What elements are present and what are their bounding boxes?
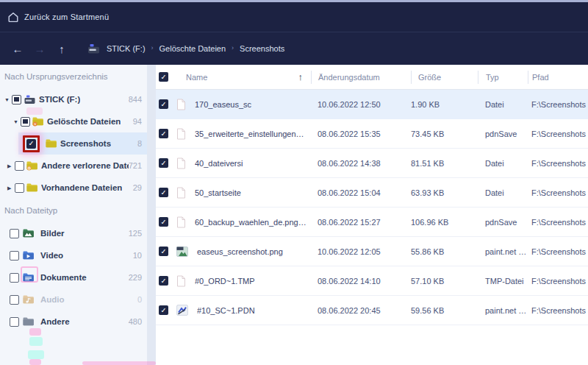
nav-back-icon[interactable]: ← bbox=[11, 43, 24, 54]
row-checkbox[interactable]: ✓ bbox=[159, 188, 168, 197]
file-icon bbox=[176, 275, 186, 287]
item-count: 0 bbox=[137, 295, 147, 304]
table-row[interactable]: ✓ 60_backup_waehlen_de.png.0.pdn... 08.0… bbox=[156, 208, 588, 237]
sidebar-item-screenshots[interactable]: ✓ Screenshots 8 bbox=[18, 132, 147, 155]
file-name: 60_backup_waehlen_de.png.0.pdn... bbox=[195, 218, 311, 227]
folder-icon bbox=[26, 182, 38, 193]
checkbox-empty[interactable] bbox=[10, 273, 19, 283]
sidebar-item-label: Dokumente bbox=[40, 273, 87, 282]
sidebar-item-video[interactable]: Video 10 bbox=[0, 244, 147, 266]
file-icon bbox=[176, 157, 186, 169]
row-checkbox[interactable]: ✓ bbox=[159, 247, 168, 256]
breadcrumb-folder[interactable]: Gelöschte Dateien bbox=[159, 44, 226, 53]
checkbox-empty[interactable] bbox=[15, 161, 24, 171]
column-header-date[interactable]: Änderungsdatum bbox=[311, 71, 411, 84]
column-header-name[interactable]: Name bbox=[186, 73, 207, 82]
sidebar-item-andere[interactable]: Andere 480 bbox=[0, 311, 147, 333]
file-size: 81.51 KB bbox=[411, 159, 478, 168]
home-icon bbox=[7, 12, 19, 23]
row-checkbox[interactable]: ✓ bbox=[159, 129, 168, 138]
sidebar: Nach Ursprungsverzeichnis ▼ STICK (F:) 8… bbox=[0, 65, 147, 365]
nav-up-icon[interactable]: ↑ bbox=[55, 43, 68, 54]
caret-expanded-icon[interactable]: ▼ bbox=[4, 97, 12, 102]
file-name: #10_SC~1.PDN bbox=[197, 306, 259, 315]
table-row[interactable]: ✓ 50_startseite 08.06.2022 15:04 63.93 K… bbox=[156, 178, 588, 208]
lost-folder-icon bbox=[26, 160, 38, 171]
file-name: #0_ORD~1.TMP bbox=[195, 277, 259, 286]
checkbox-empty[interactable] bbox=[15, 183, 24, 193]
item-count: 480 bbox=[129, 317, 147, 326]
breadcrumb-subfolder[interactable]: Screenshots bbox=[240, 44, 284, 53]
usb-drive-icon bbox=[24, 95, 36, 104]
file-path: F:\Screenshots bbox=[528, 159, 588, 168]
nav-forward-icon[interactable]: → bbox=[33, 43, 46, 54]
file-date: 10.06.2022 12:50 bbox=[311, 100, 411, 109]
file-type: pdnSave bbox=[478, 130, 528, 138]
sidebar-item-andere-verlorene[interactable]: ▶ Andere verlorene Date... 721 bbox=[0, 155, 147, 177]
usb-drive-icon bbox=[87, 43, 101, 54]
table-row[interactable]: ✓ #0_ORD~1.TMP 08.06.2022 14:10 57.10 KB… bbox=[156, 266, 588, 296]
checkbox-empty[interactable] bbox=[10, 295, 19, 305]
sidebar-item-stick-f[interactable]: ▼ STICK (F:) 844 bbox=[0, 88, 147, 110]
navbar: ← → ↑ STICK (F:) › Gelöschte Dateien › S… bbox=[0, 32, 588, 65]
row-checkbox[interactable]: ✓ bbox=[159, 217, 168, 227]
select-all-checkbox[interactable]: ✓ bbox=[159, 72, 168, 82]
item-count: 29 bbox=[133, 183, 147, 192]
sidebar-item-dokumente[interactable]: Dokumente 229 bbox=[0, 266, 147, 288]
checkbox-empty[interactable] bbox=[10, 229, 19, 238]
file-icon bbox=[176, 128, 186, 140]
sidebar-item-vorhandene-dateien[interactable]: ▶ Vorhandene Dateien 29 bbox=[0, 177, 147, 199]
checkbox-checked[interactable]: ✓ bbox=[26, 139, 36, 149]
file-size: 106.96 KB bbox=[411, 218, 478, 227]
breadcrumb-drive[interactable]: STICK (F:) bbox=[107, 44, 146, 53]
file-name: 35_erweiterte_einstellungen_de.p... bbox=[195, 130, 311, 138]
file-size: 63.93 KB bbox=[411, 188, 478, 197]
column-header-type[interactable]: Typ bbox=[478, 71, 528, 84]
file-name: 170_easeus_sc bbox=[195, 100, 256, 109]
table-row[interactable]: ✓ easeus_screenshot.png 10.06.2022 12:05… bbox=[156, 237, 588, 266]
sidebar-scroll-track[interactable] bbox=[147, 65, 156, 365]
table-row[interactable]: ✓ 40_dateiversi 08.06.2022 14:38 81.51 K… bbox=[156, 149, 588, 178]
row-checkbox[interactable]: ✓ bbox=[159, 276, 168, 286]
chevron-right-icon: › bbox=[232, 44, 234, 52]
item-count: 844 bbox=[129, 95, 147, 104]
caret-expanded-icon[interactable]: ▼ bbox=[13, 119, 21, 124]
table-row[interactable]: ✓ 35_erweiterte_einstellungen_de.p... 08… bbox=[156, 119, 588, 149]
sidebar-item-label: Screenshots bbox=[60, 139, 111, 148]
sort-ascending-icon[interactable]: ↑ bbox=[298, 71, 304, 82]
column-header-size[interactable]: Größe bbox=[411, 71, 478, 84]
sidebar-item-label: Bilder bbox=[40, 229, 65, 238]
file-size: 59.56 KB bbox=[411, 306, 478, 315]
checkbox-empty[interactable] bbox=[10, 317, 19, 327]
file-size: 55.86 KB bbox=[411, 247, 478, 256]
checkbox-partial[interactable] bbox=[21, 117, 30, 127]
caret-collapsed-icon[interactable]: ▶ bbox=[7, 163, 15, 169]
row-checkbox[interactable]: ✓ bbox=[159, 158, 168, 168]
column-header-path[interactable]: Pfad bbox=[528, 71, 588, 84]
back-to-start-button[interactable]: Zurück zum Startmenü bbox=[0, 12, 109, 23]
file-date: 08.06.2022 15:35 bbox=[311, 130, 411, 138]
sidebar-item-bilder[interactable]: Bilder 125 bbox=[0, 222, 147, 244]
table-row[interactable]: ✓ #10_SC~1.PDN 08.06.2022 20:45 59.56 KB… bbox=[156, 296, 588, 325]
file-date: 08.06.2022 14:10 bbox=[311, 277, 411, 286]
other-folder-icon bbox=[22, 316, 35, 327]
table-row[interactable]: ✓ 170_easeus_sc 10.06.2022 12:50 1.90 KB… bbox=[156, 90, 588, 119]
file-type: paint.net B... bbox=[478, 306, 528, 315]
breadcrumb: STICK (F:) › Gelöschte Dateien › Screens… bbox=[87, 43, 284, 54]
file-path: F:\Screenshots bbox=[528, 130, 588, 138]
row-checkbox[interactable]: ✓ bbox=[159, 305, 168, 315]
video-folder-icon bbox=[22, 250, 35, 261]
file-list-panel: ✓ Name ↑ Änderungsdatum Größe Typ Pfad ✓… bbox=[156, 65, 588, 365]
annotation-red-box: ✓ bbox=[23, 135, 40, 152]
row-checkbox[interactable]: ✓ bbox=[159, 99, 168, 109]
file-date: 08.06.2022 14:38 bbox=[311, 159, 411, 168]
file-icon bbox=[176, 216, 186, 228]
checkbox-empty[interactable] bbox=[10, 251, 19, 261]
audio-folder-icon bbox=[22, 294, 35, 305]
caret-collapsed-icon[interactable]: ▶ bbox=[7, 185, 15, 191]
checkbox-partial[interactable] bbox=[12, 95, 21, 104]
sidebar-item-label: Andere verlorene Date... bbox=[41, 161, 129, 170]
sidebar-item-geloeschte-dateien[interactable]: ▼ Gelöschte Dateien 94 bbox=[0, 110, 147, 132]
sidebar-item-audio[interactable]: Audio 0 bbox=[0, 288, 147, 311]
header-name-cell[interactable]: ✓ Name ↑ bbox=[156, 65, 311, 89]
